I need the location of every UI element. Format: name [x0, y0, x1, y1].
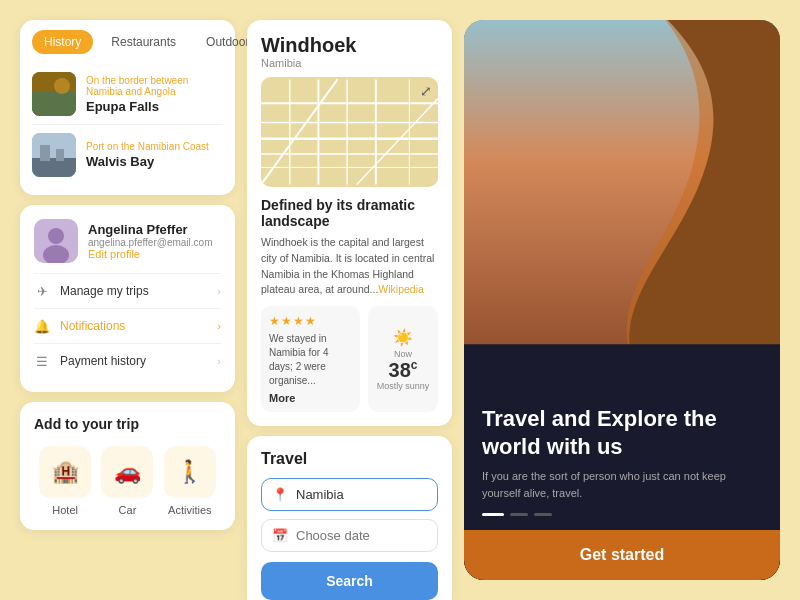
search-button[interactable]: Search: [261, 562, 438, 600]
payment-chevron: ›: [217, 355, 221, 367]
activities-label: Activities: [168, 504, 211, 516]
add-trip-title: Add to your trip: [34, 416, 221, 432]
hotel-icon-circle: 🏨: [39, 446, 91, 498]
trip-hotel[interactable]: 🏨 Hotel: [39, 446, 91, 516]
car-icon-circle: 🚗: [101, 446, 153, 498]
date-input-wrap[interactable]: 📅: [261, 519, 438, 552]
dot-2[interactable]: [510, 513, 528, 516]
windhoek-desc-title: Defined by its dramatic landscape: [261, 197, 438, 229]
weather-status: Mostly sunny: [377, 381, 430, 391]
get-started-button[interactable]: Get started: [464, 530, 780, 580]
menu-item-trips[interactable]: ✈ Manage my trips ›: [34, 273, 221, 308]
tabs-row: History Restaurants Outdoor: [32, 30, 223, 54]
svg-point-2: [54, 78, 70, 94]
menu-trips-label: Manage my trips: [60, 284, 149, 298]
weather-temp: 38c: [389, 359, 418, 381]
hotel-label: Hotel: [52, 504, 78, 516]
review-weather-row: ★★★★ We stayed in Namibia for 4 days; 2 …: [261, 306, 438, 412]
svg-rect-24: [464, 344, 780, 389]
dot-3[interactable]: [534, 513, 552, 516]
review-box: ★★★★ We stayed in Namibia for 4 days; 2 …: [261, 306, 360, 412]
trip-icons-row: 🏨 Hotel 🚗 Car 🚶 Activities: [34, 446, 221, 516]
profile-info: Angelina Pfeffer angelina.pfeffer@email.…: [88, 222, 212, 260]
wiki-link[interactable]: Wikipedia: [378, 283, 424, 295]
walvis-subtitle: Port on the Namibian Coast: [86, 141, 223, 152]
date-input[interactable]: [296, 528, 464, 543]
trips-chevron: ›: [217, 285, 221, 297]
place-info-epupa: On the border between Namibia and Angola…: [86, 75, 223, 114]
place-thumb-walvis: [32, 133, 76, 177]
epupa-name: Epupa Falls: [86, 99, 223, 114]
add-trip-card: Add to your trip 🏨 Hotel 🚗 Car 🚶 Activit…: [20, 402, 235, 530]
avatar: [34, 219, 78, 263]
weather-now: Now: [394, 349, 412, 359]
mid-panel: Windhoek Namibia: [247, 20, 452, 600]
payment-icon: ☰: [34, 353, 50, 369]
menu-notifications-label: Notifications: [60, 319, 125, 333]
location-icon: 📍: [272, 487, 288, 502]
destination-input[interactable]: [296, 487, 464, 502]
svg-rect-5: [40, 145, 50, 161]
trips-icon: ✈: [34, 283, 50, 299]
dots-row: [482, 513, 762, 516]
edit-profile-link[interactable]: Edit profile: [88, 248, 212, 260]
tab-history[interactable]: History: [32, 30, 93, 54]
svg-rect-4: [32, 158, 76, 177]
place-item-epupa[interactable]: On the border between Namibia and Angola…: [32, 64, 223, 125]
svg-rect-1: [32, 92, 76, 116]
travel-title: Travel: [261, 450, 438, 468]
svg-point-8: [48, 228, 64, 244]
hero-bottom: Travel and Explore the world with us If …: [464, 389, 780, 580]
travel-card: Travel 📍 📅 Search: [247, 436, 452, 600]
svg-rect-10: [261, 79, 438, 184]
notifications-icon: 🔔: [34, 318, 50, 334]
epupa-subtitle: On the border between Namibia and Angola: [86, 75, 223, 97]
calendar-icon: 📅: [272, 528, 288, 543]
menu-item-notifications[interactable]: 🔔 Notifications ›: [34, 308, 221, 343]
windhoek-subtitle: Namibia: [261, 57, 438, 69]
profile-card: Angelina Pfeffer angelina.pfeffer@email.…: [20, 205, 235, 392]
windhoek-desc: Windhoek is the capital and largest city…: [261, 235, 438, 298]
hero-subtitle: If you are the sort of person who just c…: [482, 468, 762, 501]
activities-icon-circle: 🚶: [164, 446, 216, 498]
tab-restaurants[interactable]: Restaurants: [99, 30, 188, 54]
walvis-name: Walvis Bay: [86, 154, 223, 169]
places-card: History Restaurants Outdoor On the borde…: [20, 20, 235, 195]
dot-1[interactable]: [482, 513, 504, 516]
weather-box: ☀️ Now 38c Mostly sunny: [368, 306, 438, 412]
menu-item-payment[interactable]: ☰ Payment history ›: [34, 343, 221, 378]
review-text: We stayed in Namibia for 4 days; 2 were …: [269, 332, 352, 388]
more-button[interactable]: More: [269, 392, 295, 404]
svg-rect-6: [56, 149, 64, 161]
hero-image: [464, 20, 780, 389]
map-expand-icon[interactable]: ⤢: [420, 83, 432, 99]
destination-input-wrap[interactable]: 📍: [261, 478, 438, 511]
hero-panel: Travel and Explore the world with us If …: [464, 20, 780, 580]
place-thumb-epupa: [32, 72, 76, 116]
notifications-chevron: ›: [217, 320, 221, 332]
windhoek-title: Windhoek: [261, 34, 438, 57]
trip-car[interactable]: 🚗 Car: [101, 446, 153, 516]
left-panel: History Restaurants Outdoor On the borde…: [20, 20, 235, 530]
trip-activities[interactable]: 🚶 Activities: [164, 446, 216, 516]
profile-row: Angelina Pfeffer angelina.pfeffer@email.…: [34, 219, 221, 263]
map-container[interactable]: ⤢: [261, 77, 438, 187]
hero-title: Travel and Explore the world with us: [482, 405, 762, 460]
weather-sun-icon: ☀️: [393, 328, 413, 347]
place-info-walvis: Port on the Namibian Coast Walvis Bay: [86, 141, 223, 169]
review-stars: ★★★★: [269, 314, 352, 328]
windhoek-card: Windhoek Namibia: [247, 20, 452, 426]
menu-payment-label: Payment history: [60, 354, 146, 368]
profile-email: angelina.pfeffer@email.com: [88, 237, 212, 248]
car-label: Car: [119, 504, 137, 516]
profile-name: Angelina Pfeffer: [88, 222, 212, 237]
place-item-walvis[interactable]: Port on the Namibian Coast Walvis Bay: [32, 125, 223, 185]
